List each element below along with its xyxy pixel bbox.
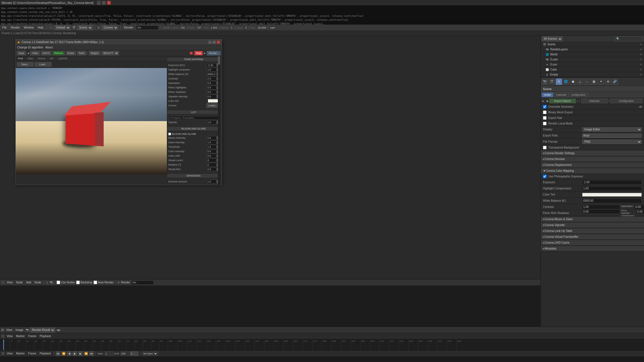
corona-lut-header[interactable]: Corona Look Up Table — [541, 228, 644, 234]
fb-refresh-btn[interactable]: Refresh — [53, 51, 65, 55]
props-scene-icon-btn[interactable]: 🎬 — [549, 79, 555, 85]
corona-config-tab[interactable]: configuration — [570, 93, 588, 97]
close-button[interactable]: ✕ — [107, 1, 111, 5]
node-view-menu[interactable]: View — [6, 281, 14, 284]
empty-eye[interactable]: 👁 — [640, 73, 642, 76]
corona-vfb-header[interactable]: Corona Virtual Framebuffer — [541, 234, 644, 240]
scene-eye[interactable]: 👁 — [640, 43, 642, 46]
sync-select[interactable]: No Sync — [142, 351, 158, 356]
threshold-input[interactable] — [207, 145, 216, 149]
node-menu[interactable]: Node — [15, 281, 24, 284]
menu-render[interactable]: Render — [10, 26, 21, 29]
post-save-btn[interactable]: Save... — [17, 62, 34, 67]
window-controls[interactable]: _ □ ✕ — [97, 1, 111, 5]
fb-region-btn[interactable]: Region — [89, 51, 101, 55]
timeline-frame-menu[interactable]: Frame — [27, 334, 38, 338]
color-tint-swatch[interactable] — [208, 99, 219, 103]
overwrite-geom-checkbox[interactable] — [543, 105, 547, 109]
color-intensity-input[interactable] — [207, 149, 216, 153]
use-photo-exposure-checkbox[interactable] — [543, 175, 547, 178]
playback-playback-menu[interactable]: Playback — [39, 352, 52, 355]
timeline-marker-menu[interactable]: Marker — [15, 334, 26, 338]
contrast-input[interactable] — [207, 77, 216, 81]
fb-tools-btn[interactable]: Tools — [77, 51, 86, 55]
outliner-scene[interactable]: 🎬 Scene 👁 — [541, 42, 644, 47]
props-render-icon-btn[interactable]: 📷 — [542, 79, 548, 85]
wb-input[interactable] — [207, 72, 216, 76]
export-objects-btn[interactable]: Export Objects — [549, 99, 576, 103]
vignette-input[interactable] — [207, 95, 216, 98]
glare-intensity-input[interactable] — [207, 140, 216, 144]
filmic-hi-input[interactable] — [207, 86, 216, 90]
materials-btn[interactable]: Materials — [581, 99, 608, 103]
play-prev-frame-btn[interactable]: ◀ — [67, 351, 71, 356]
auto-render-checkbox[interactable] — [94, 281, 97, 284]
playback-view-menu[interactable]: View — [6, 352, 14, 355]
export-path-input[interactable] — [582, 133, 642, 138]
corona-color-mapping-header[interactable]: Corona Color Mapping — [541, 168, 644, 174]
outliner-cube[interactable]: ⬜ Cube 👁 — [541, 67, 644, 72]
start-frame-input[interactable] — [105, 351, 113, 356]
minimize-button[interactable]: _ — [97, 1, 101, 5]
post-panel-thumb[interactable] — [218, 56, 220, 65]
outliner-renderlayers[interactable]: 📷 RenderLayers 👁 — [541, 47, 644, 52]
corona-vignette-header[interactable]: Corona Vignette — [541, 222, 644, 228]
props-texture-icon-btn[interactable]: ▦ — [591, 79, 597, 85]
fb-maximize-btn[interactable]: □ — [213, 41, 216, 44]
fb-render-btn[interactable]: Render... — [207, 51, 221, 55]
cm-sat-input[interactable] — [634, 205, 644, 209]
opacity-input[interactable] — [207, 120, 216, 124]
menu-help[interactable]: Help — [37, 26, 45, 29]
corona-displacement-header[interactable]: Corona Displacement — [541, 162, 644, 168]
play-btn[interactable]: ▶ — [73, 351, 77, 356]
view-menu[interactable]: View — [5, 328, 13, 332]
tab-history[interactable]: History — [36, 56, 48, 61]
cm-exposure-input[interactable] — [582, 180, 642, 185]
play-next-btn[interactable]: ⏩ — [84, 351, 88, 356]
corona-denoise-header[interactable]: Corona Denoise — [541, 156, 644, 162]
outliner-world[interactable]: 🌐 World 👁 — [541, 52, 644, 57]
props-render-settings-btn[interactable]: ⚙ — [556, 79, 562, 85]
corona-uhd-cache-header[interactable]: Corona UHD Cache — [541, 240, 644, 246]
fb-menu-change-gi[interactable]: Change GI algorithm — [17, 46, 43, 49]
cm-color-tint-swatch[interactable] — [582, 193, 642, 197]
filmic-sh-input[interactable] — [207, 90, 216, 94]
curves-btn[interactable]: 1.0/Min... — [206, 103, 219, 108]
render-btn[interactable]: Render — [123, 26, 134, 29]
denoise-input[interactable] — [207, 180, 216, 184]
exposure-input[interactable] — [207, 63, 216, 67]
file-format-select[interactable]: PNG — [582, 140, 642, 144]
play-prev-btn[interactable]: ⏪ — [61, 351, 66, 356]
tab-post[interactable]: Post — [16, 56, 25, 61]
highlight-input[interactable] — [207, 68, 216, 72]
corona-render-settings-header[interactable]: Corona Render Settings — [541, 151, 644, 156]
props-world-icon-btn[interactable]: 🌐 — [563, 79, 569, 85]
cam-eye[interactable]: 👁 — [640, 58, 642, 61]
menu-file[interactable]: File — [1, 26, 8, 29]
fb-minimize-btn[interactable]: _ — [208, 41, 212, 44]
all-scenes-select[interactable]: All Scenes — [542, 36, 563, 41]
export-hair-checkbox[interactable] — [543, 116, 547, 120]
saturation-input[interactable] — [207, 81, 216, 85]
transparent-bg-checkbox[interactable] — [543, 146, 547, 149]
props-mesh-icon-btn[interactable]: △ — [577, 79, 583, 85]
corona-bloom-glare-header[interactable]: Corona Bloom & Glare — [541, 217, 644, 222]
post-load-btn[interactable]: Load... — [35, 62, 52, 67]
outliner-empty[interactable]: ◎ Empty 👁 — [541, 72, 644, 77]
fb-menu-about[interactable]: About — [45, 46, 53, 49]
bloom-checkbox[interactable] — [168, 133, 171, 135]
display-select[interactable]: Image Editor — [582, 127, 642, 132]
scene-select[interactable]: Scene — [77, 25, 93, 30]
cube-eye[interactable]: 👁 — [640, 68, 642, 71]
bloom-intensity-input[interactable] — [207, 136, 216, 140]
cm-highlight-input[interactable] — [582, 186, 642, 191]
outliner-sun[interactable]: ☀ 0.sun 👁 — [541, 62, 644, 67]
outliner-cam[interactable]: 📷 0.cam 👁 — [541, 57, 644, 62]
play-start-btn[interactable]: ⏮ — [56, 351, 60, 356]
fb-stop-btn[interactable]: Stop — [194, 51, 203, 55]
cm-contrast-input[interactable] — [582, 205, 620, 209]
node-node-menu[interactable]: Node — [33, 281, 42, 284]
renderlayers-eye[interactable]: 👁 — [640, 48, 642, 51]
backdrop-checkbox[interactable] — [76, 281, 80, 284]
metadata-header[interactable]: Metadata — [541, 246, 644, 251]
